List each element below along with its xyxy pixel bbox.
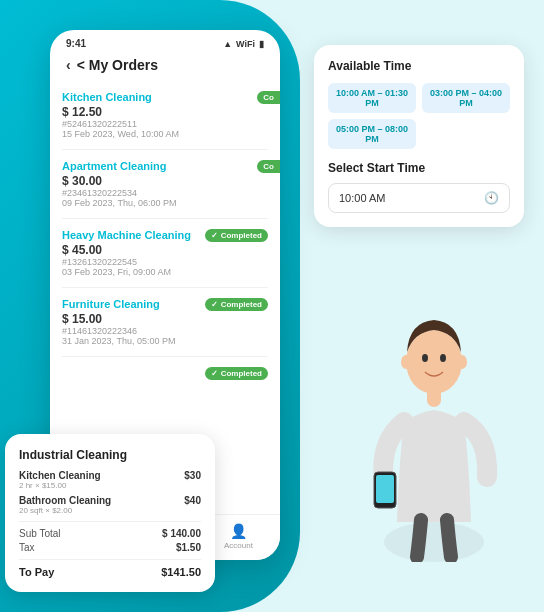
time-slot-1[interactable]: 10:00 AM – 01:30 PM [328, 83, 416, 113]
topay-amount: $141.50 [161, 566, 201, 578]
invoice-item-name-2: Bathroom Cleaning [19, 495, 111, 506]
invoice-item-amount-2: $40 [184, 495, 201, 506]
completed-badge: ✓ Completed [205, 229, 268, 242]
svg-point-8 [457, 355, 467, 369]
order-title: Apartment Cleaning [62, 160, 268, 172]
order-item-extra[interactable]: ✓ Completed [62, 357, 268, 397]
available-time-title: Available Time [328, 59, 510, 73]
invoice-row-kitchen: Kitchen Cleaning 2 hr × $15.00 $30 [19, 470, 201, 490]
wifi-icon: WiFi [236, 39, 255, 49]
time-slots: 10:00 AM – 01:30 PM 03:00 PM – 04:00 PM … [328, 83, 510, 149]
invoice-tax-row: Tax $1.50 [19, 542, 201, 553]
status-bar: 9:41 ▲ WiFi ▮ [50, 30, 280, 53]
order-price: $ 15.00 [62, 312, 268, 326]
svg-point-3 [422, 354, 428, 362]
svg-point-0 [384, 522, 484, 562]
status-time: 9:41 [66, 38, 86, 49]
subtotal-amount: $ 140.00 [162, 528, 201, 539]
svg-point-7 [401, 355, 411, 369]
battery-icon: ▮ [259, 39, 264, 49]
invoice-divider-2 [19, 559, 201, 560]
order-date: 03 Feb 2023, Fri, 09:00 AM [62, 267, 268, 277]
order-id: #11461320222346 [62, 326, 268, 336]
order-title: Kitchen Cleaning [62, 91, 268, 103]
invoice-pay-row: To Pay $141.50 [19, 566, 201, 578]
svg-point-4 [440, 354, 446, 362]
clock-icon: 🕙 [484, 191, 499, 205]
time-slot-2[interactable]: 03:00 PM – 04:00 PM [422, 83, 510, 113]
available-time-card: Available Time 10:00 AM – 01:30 PM 03:00… [314, 45, 524, 227]
invoice-item-detail-2: 20 sqft × $2.00 [19, 506, 111, 515]
invoice-item-amount-1: $30 [184, 470, 201, 481]
status-badge-partial: Co [257, 91, 280, 104]
completed-badge-3: ✓ Completed [205, 367, 268, 380]
order-item-kitchen[interactable]: Kitchen Cleaning $ 12.50 #52461320222511… [62, 81, 268, 150]
order-date: 09 Feb 2023, Thu, 06:00 PM [62, 198, 268, 208]
order-price: $ 30.00 [62, 174, 268, 188]
invoice-divider [19, 521, 201, 522]
topay-label: To Pay [19, 566, 54, 578]
order-id: #23461320222534 [62, 188, 268, 198]
select-start-title: Select Start Time [328, 161, 510, 175]
svg-rect-6 [376, 475, 394, 503]
status-badge-partial-2: Co [257, 160, 280, 173]
invoice-title: Industrial Cleaning [19, 448, 201, 462]
time-input-value: 10:00 AM [339, 192, 385, 204]
signal-icon: ▲ [223, 39, 232, 49]
invoice-card: Industrial Cleaning Kitchen Cleaning 2 h… [5, 434, 215, 592]
time-slot-3[interactable]: 05:00 PM – 08:00 PM [328, 119, 416, 149]
subtotal-label: Sub Total [19, 528, 61, 539]
page-title: < My Orders [77, 57, 158, 73]
order-item-furniture[interactable]: Furniture Cleaning $ 15.00 #114613202223… [62, 288, 268, 357]
account-icon: 👤 [230, 523, 247, 539]
status-icons: ▲ WiFi ▮ [223, 39, 264, 49]
order-price: $ 12.50 [62, 105, 268, 119]
svg-point-2 [406, 330, 462, 394]
invoice-item-detail-1: 2 hr × $15.00 [19, 481, 101, 490]
order-id: #52461320222511 [62, 119, 268, 129]
person-illustration [334, 252, 534, 572]
nav-account[interactable]: 👤 Account [224, 523, 253, 550]
invoice-row-bathroom: Bathroom Cleaning 20 sqft × $2.00 $40 [19, 495, 201, 515]
invoice-item-name-1: Kitchen Cleaning [19, 470, 101, 481]
tax-label: Tax [19, 542, 35, 553]
order-id: #13261320222545 [62, 257, 268, 267]
order-date: 15 Feb 2023, Wed, 10:00 AM [62, 129, 268, 139]
order-item-heavy[interactable]: Heavy Machine Cleaning $ 45.00 #13261320… [62, 219, 268, 288]
time-input[interactable]: 10:00 AM 🕙 [328, 183, 510, 213]
order-item-apartment[interactable]: Apartment Cleaning $ 30.00 #234613202225… [62, 150, 268, 219]
completed-badge-2: ✓ Completed [205, 298, 268, 311]
invoice-subtotal-row: Sub Total $ 140.00 [19, 528, 201, 539]
order-price: $ 45.00 [62, 243, 268, 257]
phone-header[interactable]: ‹ < My Orders [50, 53, 280, 81]
back-button[interactable]: ‹ [66, 57, 71, 73]
nav-account-label: Account [224, 541, 253, 550]
tax-amount: $1.50 [176, 542, 201, 553]
order-date: 31 Jan 2023, Thu, 05:00 PM [62, 336, 268, 346]
